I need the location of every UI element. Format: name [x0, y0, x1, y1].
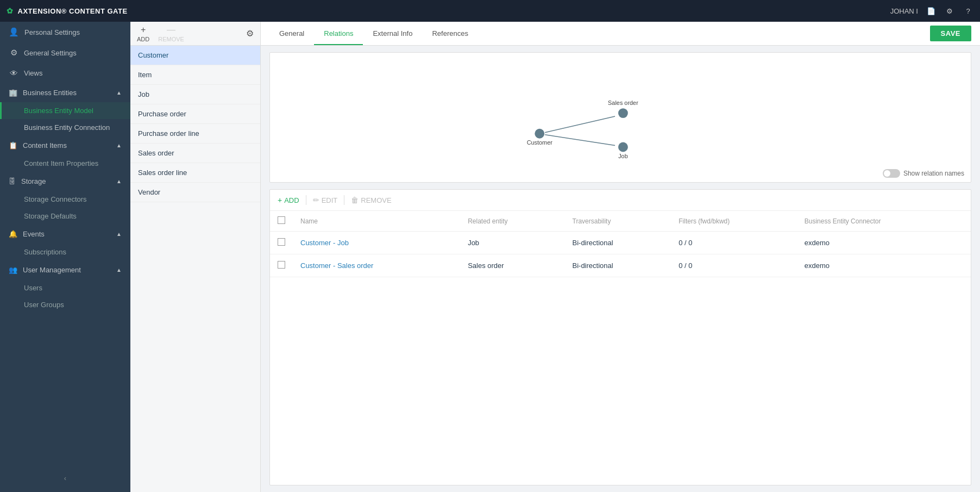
tab-label: External Info: [373, 29, 412, 38]
sidebar-sub-item-label: Users: [24, 284, 42, 292]
sidebar-item-storage-connectors[interactable]: Storage Connectors: [0, 191, 130, 208]
graph-area: Customer Sales order Job Show relation n…: [269, 52, 971, 183]
user-management-icon: 👥: [9, 266, 17, 274]
manage-icon: ⚙: [246, 28, 254, 39]
tab-label: Relations: [324, 29, 353, 38]
storage-icon: 🗄: [9, 177, 16, 185]
node-customer-label: Customer: [527, 139, 553, 146]
sidebar-item-general-settings[interactable]: ⚙ General Settings: [0, 42, 130, 63]
app-title-area: ✿ AXTENSION® CONTENT GATE: [7, 7, 128, 15]
topbar: ✿ AXTENSION® CONTENT GATE JOHAN I 📄 ⚙ ?: [0, 0, 980, 22]
col-filters-label: Filters (fwd/bkwd): [679, 217, 730, 225]
sidebar-sub-item-label: Storage Connectors: [24, 195, 87, 203]
sidebar-section-label: Content Items: [23, 141, 67, 150]
sidebar-item-personal-settings[interactable]: 👤 Personal Settings: [0, 22, 130, 42]
table-edit-button[interactable]: ✏ EDIT: [313, 196, 338, 204]
row-related-entity-cell: Sales order: [460, 254, 564, 277]
chevron-up-icon: ▲: [116, 178, 122, 184]
manage-entity-button[interactable]: ⚙: [246, 28, 254, 39]
sidebar-item-content-item-properties[interactable]: Content Item Properties: [0, 155, 130, 172]
add-entity-button[interactable]: + ADD: [137, 25, 149, 42]
add-label: ADD: [284, 196, 299, 204]
sidebar-section-events[interactable]: 🔔 Events ▲: [0, 225, 130, 244]
sidebar-item-users[interactable]: Users: [0, 279, 130, 296]
sidebar-section-storage[interactable]: 🗄 Storage ▲: [0, 172, 130, 191]
entity-list-item-job[interactable]: Job: [130, 85, 260, 104]
chevron-up-icon: ▲: [116, 267, 122, 273]
tab-references[interactable]: References: [422, 23, 478, 45]
sidebar-section-content-items[interactable]: 📋 Content Items ▲: [0, 136, 130, 155]
row-traversability-cell: Bi-directional: [565, 254, 671, 277]
entity-item-label: Vendor: [138, 188, 160, 196]
sidebar-item-views[interactable]: 👁 Views: [0, 63, 130, 83]
col-name-label: Name: [300, 217, 318, 225]
edge-customer-job: [545, 135, 615, 146]
app-logo: ✿: [7, 7, 14, 15]
sidebar-sub-item-label: User Groups: [24, 301, 64, 309]
edge-customer-sales-order: [545, 116, 615, 133]
sidebar-sub-item-label: Business Entity Model: [24, 107, 93, 115]
sidebar-collapse-button[interactable]: ‹: [0, 470, 130, 487]
entity-item-label: Sales order line: [138, 169, 187, 177]
sidebar-section-label: Business Entities: [23, 89, 77, 97]
row-name-cell[interactable]: Customer - Job: [293, 232, 460, 254]
middle-toolbar: + ADD — REMOVE ⚙: [130, 22, 260, 46]
node-sales-order-label: Sales order: [608, 99, 638, 106]
table-add-button[interactable]: + ADD: [278, 196, 299, 204]
row-checkbox[interactable]: [278, 261, 285, 269]
relation-graph: Customer Sales order Job: [270, 53, 971, 182]
sidebar-section-user-management[interactable]: 👥 User Management ▲: [0, 260, 130, 279]
tab-relations[interactable]: Relations: [314, 23, 363, 45]
settings-icon[interactable]: ⚙: [944, 5, 955, 16]
entity-list-item-purchase-order[interactable]: Purchase order: [130, 104, 260, 124]
user-label: JOHAN I: [890, 7, 918, 15]
sidebar-sub-item-label: Subscriptions: [24, 248, 66, 256]
col-checkbox: [270, 211, 293, 232]
general-settings-icon: ⚙: [9, 48, 18, 58]
table-row: Customer - Job Job Bi-directional 0 / 0 …: [270, 232, 971, 254]
toolbar-divider: [306, 195, 306, 205]
sidebar-item-user-groups[interactable]: User Groups: [0, 296, 130, 313]
sidebar-item-storage-defaults[interactable]: Storage Defaults: [0, 208, 130, 225]
show-relation-names-toggle[interactable]: [883, 169, 900, 178]
sidebar-item-business-entity-model[interactable]: Business Entity Model: [0, 102, 130, 119]
entity-list-item-sales-order[interactable]: Sales order: [130, 144, 260, 163]
sidebar-item-subscriptions[interactable]: Subscriptions: [0, 244, 130, 260]
save-button[interactable]: SAVE: [930, 26, 971, 41]
add-icon: +: [141, 25, 146, 35]
sidebar: 👤 Personal Settings ⚙ General Settings 👁…: [0, 22, 130, 492]
show-relation-names-label: Show relation names: [903, 170, 964, 177]
entity-list-item-purchase-order-line[interactable]: Purchase order line: [130, 124, 260, 144]
entity-list-item-customer[interactable]: Customer: [130, 46, 260, 65]
entity-list-item-sales-order-line[interactable]: Sales order line: [130, 163, 260, 183]
col-related-entity-label: Related entity: [468, 217, 507, 225]
sidebar-sub-item-label: Business Entity Connection: [24, 123, 110, 132]
col-connector-label: Business Entity Connector: [805, 217, 881, 225]
tabs-bar: General Relations External Info Referenc…: [261, 22, 980, 46]
tab-general[interactable]: General: [269, 23, 314, 45]
node-sales-order: [618, 108, 628, 118]
content-items-icon: 📋: [9, 141, 17, 150]
tab-external-info[interactable]: External Info: [363, 23, 422, 45]
entity-list-item-item[interactable]: Item: [130, 65, 260, 85]
entity-list-item-vendor[interactable]: Vendor: [130, 183, 260, 202]
sidebar-section-label: Events: [23, 230, 45, 238]
sidebar-item-business-entity-connection[interactable]: Business Entity Connection: [0, 119, 130, 136]
header-checkbox[interactable]: [278, 216, 285, 224]
row-checkbox[interactable]: [278, 238, 285, 246]
events-icon: 🔔: [9, 230, 17, 238]
sidebar-item-label: Views: [24, 69, 42, 77]
remove-entity-button[interactable]: — REMOVE: [158, 25, 184, 42]
table-row: Customer - Sales order Sales order Bi-di…: [270, 254, 971, 277]
sidebar-item-label: General Settings: [24, 49, 77, 57]
row-traversability-cell: Bi-directional: [565, 232, 671, 254]
col-related-entity: Related entity: [460, 211, 564, 232]
business-entities-icon: 🏢: [9, 89, 17, 97]
node-job-label: Job: [618, 153, 628, 159]
add-icon: +: [278, 196, 282, 204]
row-name-cell[interactable]: Customer - Sales order: [293, 254, 460, 277]
sidebar-section-business-entities[interactable]: 🏢 Business Entities ▲: [0, 83, 130, 102]
table-remove-button[interactable]: 🗑 REMOVE: [351, 196, 391, 204]
document-icon[interactable]: 📄: [926, 5, 937, 16]
help-icon[interactable]: ?: [963, 5, 973, 16]
